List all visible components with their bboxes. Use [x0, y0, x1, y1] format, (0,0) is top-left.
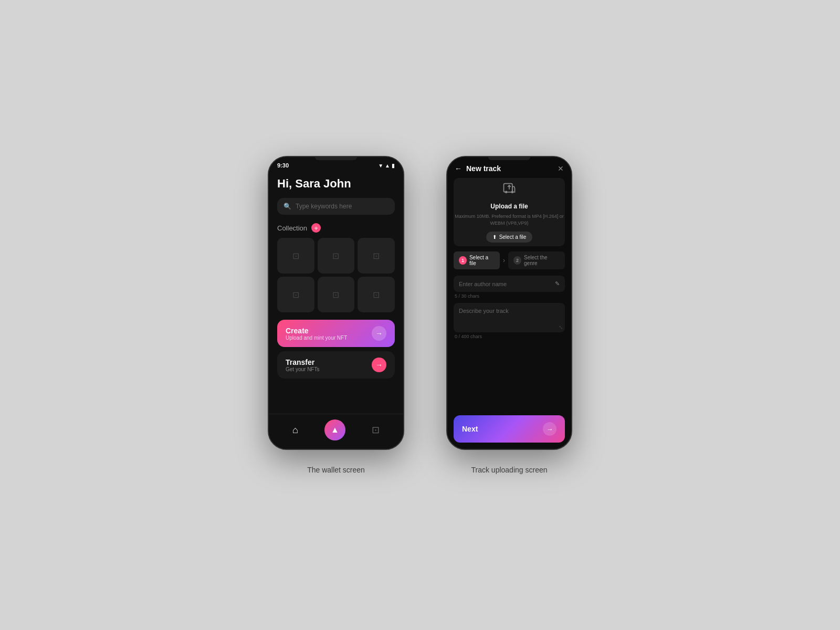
nft-icon-3: ⊡ [373, 251, 380, 261]
create-button-text: Create Upload and mint your NFT [286, 327, 347, 341]
step-indicator: 1 Select a file › 2 Select the genre [454, 251, 565, 269]
create-button[interactable]: Create Upload and mint your NFT → [277, 320, 395, 347]
svg-rect-0 [504, 183, 512, 192]
author-input-placeholder: Enter author name [459, 281, 507, 287]
upload-nav-button[interactable]: ▲ [324, 419, 345, 440]
nft-icon-5: ⊡ [332, 290, 339, 300]
form-section: Enter author name ✎ 5 / 30 chars Describ… [447, 274, 571, 412]
nft-icon-6: ⊡ [373, 290, 380, 300]
transfer-button-subtitle: Get your NFTs [286, 366, 319, 372]
search-icon: 🔍 [284, 203, 291, 210]
track-screen: ← New track ✕ [447, 157, 571, 449]
add-collection-button[interactable]: + [311, 223, 321, 233]
wallet-screen-label: The wallet screen [307, 466, 365, 474]
wallet-greeting: Hi, Sara John [277, 177, 395, 191]
description-char-count: 0 / 400 chars [454, 334, 565, 339]
upload-file-icon [502, 182, 517, 200]
transfer-button[interactable]: Transfer Get your NFTs → [277, 351, 395, 379]
page-wrapper: 9:30 ▼ ▲ ▮ Hi, Sara John 🔍 Type keywords… [236, 124, 604, 506]
nft-icon-2: ⊡ [332, 251, 339, 261]
search-placeholder: Type keywords here [296, 203, 352, 210]
wallet-phone-section: 9:30 ▼ ▲ ▮ Hi, Sara John 🔍 Type keywords… [268, 156, 404, 474]
status-bar: 9:30 ▼ ▲ ▮ [269, 157, 403, 171]
step-2[interactable]: 2 Select the genre [508, 251, 565, 269]
svg-point-2 [511, 191, 514, 193]
step-arrow-icon: › [503, 257, 505, 264]
close-button[interactable]: ✕ [558, 164, 564, 173]
create-button-title: Create [286, 327, 347, 335]
wallet-content: Hi, Sara John 🔍 Type keywords here Colle… [269, 171, 403, 414]
battery-icon: ▮ [392, 163, 395, 169]
scan-nav-icon[interactable]: ⊡ [372, 424, 380, 436]
upload-icon: ▲ [331, 425, 339, 435]
upload-area: Upload a file Maximum 10MB. Preferred fo… [454, 178, 565, 246]
track-screen-title: New track [466, 164, 501, 173]
grid-item[interactable]: ⊡ [277, 238, 314, 274]
track-header: ← New track ✕ [447, 157, 571, 178]
resize-handle-icon: ⤡ [559, 324, 563, 330]
nft-grid: ⊡ ⊡ ⊡ ⊡ ⊡ [277, 238, 395, 312]
upload-description: Maximum 10MB. Preferred format is MP4 [H… [454, 213, 565, 226]
grid-item[interactable]: ⊡ [358, 238, 395, 274]
bottom-nav: ⌂ ▲ ⊡ [269, 414, 403, 449]
edit-icon: ✎ [555, 280, 560, 287]
grid-item[interactable]: ⊡ [277, 277, 314, 312]
grid-item[interactable]: ⊡ [318, 277, 355, 312]
nft-icon-1: ⊡ [292, 251, 299, 261]
next-button-label: Next [462, 425, 478, 433]
next-arrow-icon: → [543, 422, 556, 436]
back-button[interactable]: ← [455, 164, 462, 173]
wifi-icon: ▼ [378, 163, 383, 169]
track-phone-frame: ← New track ✕ [446, 156, 572, 450]
upload-title: Upload a file [490, 203, 528, 210]
next-button[interactable]: Next → [454, 415, 565, 443]
collection-header: Collection + [277, 223, 395, 233]
time: 9:30 [277, 162, 289, 169]
transfer-button-text: Transfer Get your NFTs [286, 358, 319, 372]
signal-icon: ▲ [385, 163, 390, 169]
create-button-subtitle: Upload and mint your NFT [286, 335, 347, 341]
plus-icon: + [314, 225, 318, 232]
signal-icons: ▼ ▲ ▮ [378, 163, 395, 169]
step-1[interactable]: 1 Select a file [454, 251, 500, 269]
track-header-left: ← New track [455, 164, 501, 173]
wallet-phone-frame: 9:30 ▼ ▲ ▮ Hi, Sara John 🔍 Type keywords… [268, 156, 404, 450]
collection-title: Collection [277, 224, 307, 232]
create-arrow-icon: → [372, 326, 386, 341]
description-input[interactable]: Describe your track ⤡ [454, 303, 565, 332]
svg-point-1 [505, 191, 508, 193]
transfer-button-title: Transfer [286, 358, 319, 366]
author-char-count: 5 / 30 chars [454, 293, 565, 299]
upload-small-icon: ⬆ [492, 234, 497, 240]
grid-item[interactable]: ⊡ [318, 238, 355, 274]
author-input[interactable]: Enter author name ✎ [454, 276, 565, 292]
wallet-screen: 9:30 ▼ ▲ ▮ Hi, Sara John 🔍 Type keywords… [269, 157, 403, 449]
step-1-label: Select a file [469, 255, 495, 266]
step-1-number: 1 [459, 256, 467, 265]
select-file-label: Select a file [499, 234, 527, 240]
search-bar[interactable]: 🔍 Type keywords here [277, 198, 395, 215]
step-2-label: Select the genre [524, 255, 560, 266]
description-placeholder: Describe your track [459, 308, 560, 314]
grid-item[interactable]: ⊡ [358, 277, 395, 312]
select-file-button[interactable]: ⬆ Select a file [486, 232, 533, 243]
action-buttons: Create Upload and mint your NFT → Transf… [277, 320, 395, 379]
transfer-arrow-icon: → [372, 358, 386, 372]
home-nav-icon[interactable]: ⌂ [292, 425, 298, 436]
track-screen-label: Track uploading screen [471, 466, 547, 474]
track-phone-section: ← New track ✕ [446, 156, 572, 474]
step-2-number: 2 [513, 256, 521, 265]
nft-icon-4: ⊡ [292, 290, 299, 300]
